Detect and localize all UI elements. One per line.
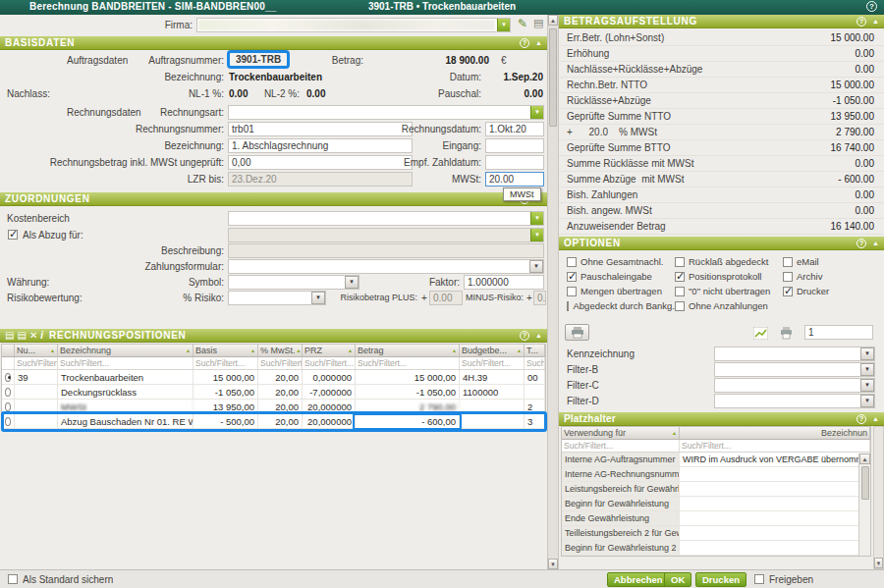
scroll-down-arrow[interactable]: ▼ xyxy=(874,558,883,568)
freigeben-checkbox[interactable] xyxy=(754,574,764,584)
chevron-down-icon[interactable]: ▼ xyxy=(860,363,874,376)
placeholder-row[interactable]: Beginn für Gewährleistung 2 xyxy=(562,541,870,556)
checkbox-email[interactable] xyxy=(783,257,793,267)
column-header-mwst[interactable]: % MwSt.▲ xyxy=(258,345,303,356)
kennzeichnung-select[interactable]: Keine Zuordnung des Auftraggebers / Re ▼ xyxy=(714,347,875,361)
rechnungsart-select[interactable]: AR•@NR. Abschlagsrechnung• 20.00•1000 ▼ xyxy=(228,105,544,120)
chevron-down-icon[interactable]: ▼ xyxy=(860,395,874,407)
checkbox-null-nicht-uebertragen[interactable] xyxy=(675,287,685,296)
mwst-input[interactable]: 20.00 xyxy=(485,172,544,187)
firma-select[interactable]: ▼ xyxy=(196,18,511,32)
filter-input[interactable]: Such/Filtert... xyxy=(680,440,870,452)
chevron-down-icon[interactable]: ▼ xyxy=(530,212,543,225)
filter-input[interactable]: Such/Filtert... xyxy=(460,357,525,369)
chevron-down-icon[interactable]: ▼ xyxy=(311,292,325,304)
copies-input[interactable]: 1 xyxy=(804,325,873,340)
scroll-down-arrow[interactable]: ▼ xyxy=(548,559,558,569)
grid-view-icon[interactable]: ▤ xyxy=(5,330,14,341)
als-abzug-checkbox[interactable] xyxy=(8,230,18,240)
chevron-down-icon[interactable]: ▼ xyxy=(860,347,874,360)
filter-input[interactable]: Such/Filtert... xyxy=(525,357,545,369)
right-panel-scrollbar[interactable]: ▼ xyxy=(873,426,884,569)
column-header-bezeichnung[interactable]: Bezeichnun xyxy=(680,427,870,439)
scroll-up-arrow[interactable]: ▲ xyxy=(859,454,870,464)
checkbox-ruecklass-abgedeckt[interactable] xyxy=(675,257,685,267)
chevron-down-icon[interactable]: ▼ xyxy=(530,229,543,241)
table-row[interactable]: 39 Trockenbauarbeiten 15 000,00 20,00 0,… xyxy=(2,370,545,385)
print-settings-button[interactable] xyxy=(565,324,589,341)
placeholder-row[interactable]: Beginn für Gewährleistung xyxy=(562,497,870,511)
collapse-icon[interactable]: ▲ xyxy=(535,329,542,343)
collapse-icon[interactable]: ▲ xyxy=(872,412,879,426)
scrollbar-thumb[interactable] xyxy=(549,28,557,127)
close-icon[interactable]: ✕ xyxy=(29,330,37,341)
info-icon[interactable]: i xyxy=(40,330,43,341)
filter-d-select[interactable]: Keine Filterung "D" ▼ xyxy=(714,394,875,408)
placeholder-row[interactable]: Leistungsbereich für Gewährleist xyxy=(562,482,870,497)
chevron-down-icon[interactable]: ▼ xyxy=(530,106,543,119)
scrollbar-thumb[interactable] xyxy=(861,466,869,500)
symbol-select[interactable]: EUR •€ •Euro• 1.000000 ▼ xyxy=(228,275,359,290)
collapse-icon[interactable]: ▲ xyxy=(535,36,542,50)
chevron-down-icon[interactable]: ▼ xyxy=(497,19,510,31)
placeholder-row[interactable]: Teilleistungsbereich 2 für Gewäh xyxy=(562,526,870,541)
prozent-risiko-select[interactable]: keine Risikobewert ▼ xyxy=(228,291,326,305)
list-view-icon[interactable]: ▤ xyxy=(17,330,26,341)
chevron-down-icon[interactable]: ▼ xyxy=(860,379,874,392)
checkbox-abgedeckt-durch-bankg[interactable] xyxy=(567,301,569,311)
filter-b-select[interactable]: Keine Zuordnung der Auftragsart ▼ xyxy=(714,362,875,377)
als-standard-checkbox[interactable] xyxy=(8,574,18,584)
filter-input[interactable]: Such/Filtert... xyxy=(562,440,680,452)
row-radio[interactable] xyxy=(5,373,11,382)
placeholder-row[interactable]: Interne AG-Rechnungsnummer xyxy=(562,467,870,482)
section-help-icon[interactable]: ? xyxy=(520,38,529,48)
column-header-budget[interactable]: Budgetbe...▲ xyxy=(460,345,525,356)
row-radio[interactable] xyxy=(5,402,11,411)
drucken-button[interactable]: Drucken xyxy=(695,572,746,587)
table-row[interactable]: MWSt 13 950,00 20,00 20,000000 2 790,00 … xyxy=(2,400,545,414)
section-help-icon[interactable]: ? xyxy=(856,414,866,424)
zahlungsformular-select[interactable]: Zahlungsfreigabe 1 • Zahlungsfreigabe SI… xyxy=(228,259,544,274)
printer-icon[interactable] xyxy=(777,325,795,341)
column-header-nummer[interactable]: Nu...▲ xyxy=(15,345,58,356)
vertical-scrollbar[interactable]: ▲ ▼ xyxy=(547,15,559,569)
checkbox-positionsprotokoll[interactable] xyxy=(675,272,685,282)
help-icon[interactable]: ? xyxy=(866,1,877,12)
filter-input[interactable]: Such/Filtert... xyxy=(193,357,258,369)
scroll-up-arrow[interactable]: ▲ xyxy=(548,15,558,26)
filter-c-select[interactable]: Keine Filterung "C" ▼ xyxy=(714,378,875,393)
filter-input[interactable]: Such/Filtert... xyxy=(356,357,460,369)
section-help-icon[interactable]: ? xyxy=(520,331,529,341)
checkbox-ohne-anzahlungen[interactable] xyxy=(675,301,685,311)
section-help-icon[interactable]: ? xyxy=(856,17,866,27)
placeholder-scrollbar[interactable]: ▲ xyxy=(858,454,870,556)
collapse-icon[interactable]: ▲ xyxy=(872,15,879,28)
filter-input[interactable]: Such/Filtert... xyxy=(58,357,193,369)
ok-button[interactable]: OK xyxy=(664,572,691,587)
auftragsnummer-value-highlighted[interactable]: 3901-TRB xyxy=(227,50,290,69)
empf-zahldatum-input[interactable] xyxy=(485,155,544,170)
column-header-prz[interactable]: PRZ▲ xyxy=(303,345,356,356)
checkbox-mengen-uebertragen[interactable] xyxy=(567,287,577,296)
filter-input[interactable]: Such/Filtert... xyxy=(258,357,303,369)
column-header-basis[interactable]: Basis▲ xyxy=(193,345,258,356)
rechnungsdatum-input[interactable]: 1.Okt.20 xyxy=(485,122,544,136)
checkbox-archiv[interactable] xyxy=(783,272,793,282)
eingang-input[interactable] xyxy=(485,138,544,153)
rechnungsbetrag-input[interactable]: 0,00 xyxy=(228,155,413,170)
checkbox-drucker[interactable] xyxy=(783,287,793,296)
table-row[interactable]: Deckungsrücklass -1 050,00 20,00 -7,0000… xyxy=(2,385,545,400)
placeholder-row[interactable]: Ende Gewährleistung xyxy=(562,511,870,526)
abbrechen-button[interactable]: Abbrechen xyxy=(607,572,670,587)
edit-pencil-icon[interactable]: ✎ xyxy=(518,17,527,30)
table-row[interactable]: Abzug Bauschaden Nr 01. RE WOZ - 500,00 … xyxy=(2,414,545,429)
collapse-icon[interactable]: ▲ xyxy=(872,237,879,250)
section-help-icon[interactable]: ? xyxy=(856,239,866,248)
row-radio[interactable] xyxy=(5,417,11,426)
bezeichnung2-input[interactable]: 1. Abschlagsrechnung xyxy=(228,138,413,153)
checkbox-ohne-gesamtnachl[interactable] xyxy=(567,257,577,267)
chevron-down-icon[interactable]: ▼ xyxy=(345,276,359,289)
filter-input[interactable]: Such/Filtert... xyxy=(303,357,356,369)
als-abzug-select[interactable]: 2101-SCH•Schwarzdeckerarbeiten• 1.Dez.19… xyxy=(228,228,544,242)
row-radio[interactable] xyxy=(5,388,11,397)
